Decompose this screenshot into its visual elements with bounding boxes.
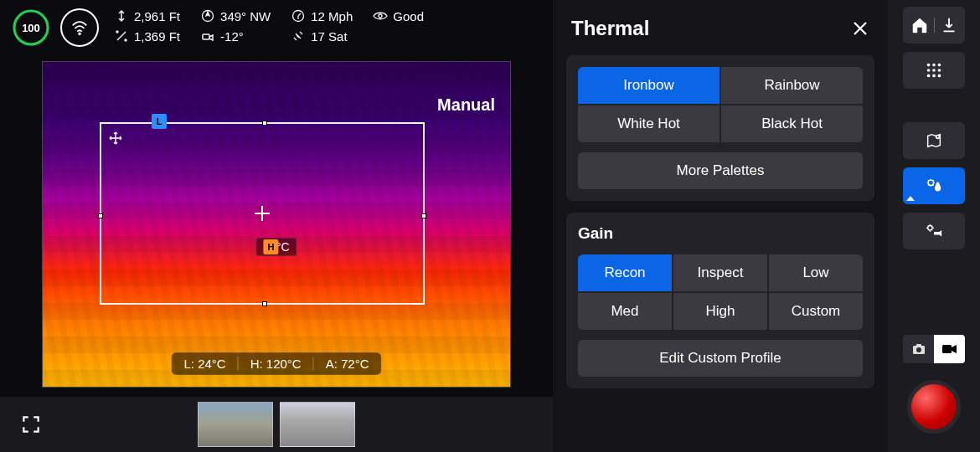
gain-selector: Recon Inspect Low Med High Custom [578, 254, 863, 330]
svg-rect-8 [203, 34, 209, 39]
svg-point-1 [14, 11, 48, 44]
gain-card: Gain Recon Inspect Low Med High Custom E… [566, 213, 874, 388]
map-settings-button[interactable] [903, 122, 965, 159]
gimbal-readout: -12° [200, 28, 271, 44]
gimbal-icon [200, 28, 215, 44]
svg-point-5 [379, 14, 382, 18]
distance-icon [114, 28, 129, 44]
svg-point-7 [125, 39, 126, 41]
satellite-icon [291, 28, 306, 44]
fullscreen-icon[interactable] [20, 413, 42, 435]
svg-point-19 [936, 136, 938, 137]
svg-point-14 [938, 69, 941, 72]
svg-point-13 [932, 69, 936, 72]
svg-point-2 [79, 33, 80, 34]
wind-readout: 12 Mph [291, 8, 353, 23]
svg-point-23 [916, 347, 921, 352]
high-temp-marker[interactable]: H [263, 239, 278, 254]
gain-inspect[interactable]: Inspect [673, 254, 767, 291]
altitude-icon [114, 8, 129, 23]
main-viewport-column: 100 2,961 Ft 349° NW 12 Mph Good 1,369 F… [0, 0, 553, 452]
gain-title: Gain [578, 224, 863, 243]
svg-rect-24 [916, 344, 921, 347]
svg-point-17 [938, 74, 941, 78]
eye-icon [373, 8, 388, 23]
camera-settings-button[interactable] [903, 213, 965, 249]
svg-point-6 [116, 31, 118, 33]
edit-custom-profile-button[interactable]: Edit Custom Profile [578, 340, 863, 377]
thermal-settings-button[interactable] [903, 167, 965, 204]
video-mode[interactable] [934, 335, 965, 363]
gallery-strip [0, 397, 553, 452]
svg-point-12 [927, 69, 931, 72]
altitude-readout: 2,961 Ft [114, 8, 180, 23]
palette-card: Ironbow Rainbow White Hot Black Hot More… [566, 55, 874, 201]
readout-avg: A: 72°C [313, 357, 369, 371]
panel-title: Thermal [571, 17, 649, 40]
shutter-button[interactable] [907, 380, 961, 434]
low-temp-marker[interactable]: L [152, 114, 167, 129]
compass-icon [200, 8, 215, 23]
apps-grid-button[interactable] [903, 52, 965, 89]
photo-mode[interactable] [903, 335, 934, 363]
gallery-thumb-1[interactable] [198, 402, 273, 447]
center-crosshair [255, 206, 270, 221]
readout-low: L: 24°C [183, 357, 225, 371]
distance-readout: 1,369 Ft [114, 28, 180, 44]
photo-video-toggle[interactable] [903, 335, 965, 363]
more-palettes-button[interactable]: More Palettes [578, 152, 863, 189]
svg-point-20 [928, 180, 933, 185]
svg-point-10 [932, 64, 936, 67]
thermal-viewport[interactable]: Manual L 62°C H [0, 52, 553, 397]
gain-low[interactable]: Low [769, 254, 863, 291]
thermal-mode-label: Manual [437, 95, 495, 115]
active-indicator-icon [906, 196, 915, 201]
readout-high: H: 120°C [238, 357, 302, 371]
gain-high[interactable]: High [673, 293, 767, 330]
roi-box[interactable]: L [100, 122, 425, 305]
svg-point-11 [938, 64, 941, 67]
palette-rainbow[interactable]: Rainbow [721, 67, 863, 104]
wind-icon [291, 8, 306, 23]
satellite-readout: 17 Sat [291, 28, 353, 44]
thermal-image[interactable]: Manual L 62°C H [42, 61, 511, 388]
wifi-indicator[interactable] [60, 8, 99, 47]
palette-blackhot[interactable]: Black Hot [721, 105, 863, 142]
palette-selector: Ironbow Rainbow White Hot Black Hot [578, 67, 863, 142]
center-temp-readout: 62°C H [255, 238, 297, 256]
svg-point-15 [927, 74, 931, 78]
move-icon[interactable] [108, 131, 123, 149]
gallery-thumb-2[interactable] [280, 402, 355, 447]
gain-custom[interactable]: Custom [769, 293, 863, 330]
heading-readout: 349° NW [200, 8, 271, 23]
signal-readout: Good [373, 8, 424, 23]
gain-med[interactable]: Med [578, 293, 672, 330]
svg-rect-25 [942, 345, 952, 353]
palette-ironbow[interactable]: Ironbow [578, 67, 720, 104]
svg-point-9 [927, 64, 931, 67]
gain-recon[interactable]: Recon [578, 254, 672, 291]
svg-point-21 [928, 226, 933, 231]
battery-indicator[interactable]: 100 [12, 8, 50, 47]
svg-point-16 [932, 74, 936, 78]
telemetry-bar: 100 2,961 Ft 349° NW 12 Mph Good 1,369 F… [0, 0, 553, 52]
thermal-settings-panel: Thermal Ironbow Rainbow White Hot Black … [553, 0, 888, 452]
right-tool-rail [888, 0, 980, 452]
temperature-readout-bar: L: 24°C H: 120°C A: 72°C [171, 352, 381, 375]
home-land-button[interactable] [903, 7, 965, 44]
palette-whitehot[interactable]: White Hot [578, 105, 720, 142]
close-icon[interactable] [851, 19, 869, 38]
